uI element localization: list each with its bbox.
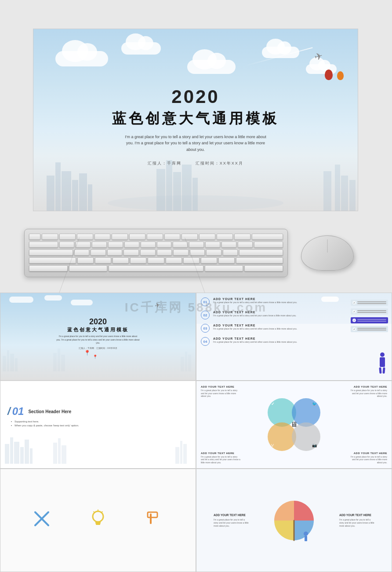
mini1-year: 2020 bbox=[0, 317, 196, 326]
balloon-group bbox=[324, 69, 345, 82]
check-card-1: ✓ bbox=[351, 300, 388, 306]
hammer-icon bbox=[145, 510, 163, 528]
list-item-3: 03 ADD YOUR TEXT HERE I'm a great place … bbox=[201, 324, 348, 333]
list-title-4: ADD YOUR TEXT HERE bbox=[213, 337, 348, 340]
mini1-desc: I'm a great place for you to tell a stor… bbox=[54, 335, 142, 345]
section-bullet-2: When you copy & paste, choose 'keep text… bbox=[11, 424, 79, 427]
list-num-4: 04 bbox=[201, 337, 210, 346]
svg-rect-4 bbox=[96, 524, 100, 525]
section-header-text: Section Header Here bbox=[28, 409, 71, 414]
svg-rect-13 bbox=[305, 536, 307, 541]
pie-content: ADD YOUR TEXT HERE I'm a great place for… bbox=[196, 469, 392, 572]
venn-center-icon: 🖥 bbox=[290, 421, 298, 429]
social-check-icon: ✓ bbox=[271, 402, 275, 406]
watermark: IC千库网 588ku.com bbox=[125, 299, 268, 316]
cloud-1 bbox=[55, 51, 108, 66]
lightbulb-icon bbox=[90, 510, 106, 528]
mini-slide-4: ADD YOUR TEXT HERE I'm a great place for… bbox=[196, 381, 392, 469]
social-camera-icon: 📷 bbox=[312, 443, 317, 447]
section-bullets: Supporting text here. When you copy & pa… bbox=[11, 420, 79, 427]
person-figure bbox=[379, 352, 385, 374]
hero-slide: ✈ 2020 蓝色创意大气通用模板 I'm a great place for … bbox=[33, 29, 358, 211]
wrench-icon bbox=[33, 510, 51, 528]
venn-slide: ADD YOUR TEXT HERE I'm a great place for… bbox=[196, 381, 392, 468]
hero-description: I'm a great place for you to tell a stor… bbox=[103, 134, 288, 153]
mini1-title: 蓝色创意大气通用模板 bbox=[0, 326, 196, 333]
svg-point-2 bbox=[93, 511, 103, 522]
pie-text-left: ADD YOUR TEXT HERE I'm a great place for… bbox=[214, 513, 249, 528]
check-cards: ✓ ✓ ✓ ✓ bbox=[351, 300, 388, 332]
check-card-2: ✓ bbox=[351, 308, 388, 315]
hero-meta: 汇报人：千库网 汇报时间：XX年XX月 bbox=[33, 161, 358, 166]
venn-label-bl: ADD YOUR TEXT HERE I'm a great place for… bbox=[201, 452, 240, 464]
mini-slide-3: / 01 Section Header Here Supporting text… bbox=[0, 381, 196, 469]
mini-cloud-3 bbox=[71, 300, 93, 305]
slides-grid: ✈ 📍 📍 2020 蓝色创意大气通用模板 I'm a great place … bbox=[0, 293, 392, 469]
list-item-4: 04 ADD YOUR TEXT HERE I'm a great place … bbox=[201, 337, 348, 346]
tool-icon-wrench bbox=[31, 508, 53, 533]
pie-svg bbox=[270, 496, 318, 545]
balloon-red bbox=[325, 70, 333, 80]
section-header-block: / 01 Section Header Here Supporting text… bbox=[7, 405, 79, 428]
svg-rect-9 bbox=[150, 513, 152, 524]
check-icon-3: ✓ bbox=[352, 319, 356, 322]
svg-rect-10 bbox=[148, 512, 157, 517]
section-slash: / bbox=[7, 405, 11, 418]
bottom-slide-right: ADD YOUR TEXT HERE I'm a great place for… bbox=[196, 469, 392, 572]
pie-text-right: ADD YOUR TEXT HERE I'm a great place for… bbox=[339, 513, 374, 528]
cloud-group bbox=[33, 38, 358, 91]
keyboard-rows bbox=[29, 234, 283, 272]
bottom-slides: ADD YOUR TEXT HERE I'm a great place for… bbox=[0, 469, 392, 572]
social-bird-icon: 🐦 bbox=[312, 402, 317, 406]
list-desc-3: I'm a great place for you to tell a stor… bbox=[213, 327, 348, 330]
pie-chart bbox=[270, 496, 318, 545]
bottom-slide-left bbox=[0, 469, 196, 572]
keyboard-section bbox=[24, 224, 358, 282]
cloud-2 bbox=[121, 42, 161, 55]
list-title-3: ADD YOUR TEXT HERE bbox=[213, 324, 348, 327]
check-card-3: ✓ bbox=[351, 317, 388, 323]
social-v-icon: V bbox=[271, 443, 274, 447]
check-icon-2: ✓ bbox=[352, 310, 356, 313]
mouse-image bbox=[301, 235, 354, 271]
mini-cloud-2 bbox=[44, 295, 62, 301]
venn-circles: 🖥 ✓ 🐦 V 📷 bbox=[268, 398, 320, 451]
check-icon-4: ✓ bbox=[352, 327, 356, 331]
section-bullet-1: Supporting text here. bbox=[11, 420, 79, 423]
hero-content: 2020 蓝色创意大气通用模板 I'm a great place for yo… bbox=[33, 86, 358, 166]
hero-year: 2020 bbox=[33, 86, 358, 107]
tools-content bbox=[0, 469, 196, 572]
tool-icon-hammer bbox=[143, 508, 165, 533]
check-card-4: ✓ bbox=[351, 326, 388, 332]
list-num-3: 03 bbox=[201, 324, 210, 333]
list-desc-4: I'm a great place for you to tell a stor… bbox=[213, 341, 348, 344]
venn-label-br: ADD YOUR TEXT HERE I'm a great place for… bbox=[348, 452, 387, 464]
mini-city-3 bbox=[0, 433, 196, 464]
hero-title-cn: 蓝色创意大气通用模板 bbox=[33, 109, 358, 128]
mini-slide-3-content: / 01 Section Header Here Supporting text… bbox=[0, 381, 196, 468]
cloud-3 bbox=[187, 60, 236, 74]
svg-point-12 bbox=[304, 532, 308, 536]
mini-cloud bbox=[9, 297, 33, 303]
keyboard-image bbox=[24, 229, 288, 277]
balloon-orange bbox=[337, 71, 344, 80]
svg-rect-3 bbox=[95, 522, 101, 524]
check-icon-1: ✓ bbox=[352, 301, 356, 304]
tool-icon-lightbulb bbox=[87, 508, 109, 533]
venn-label-tl: ADD YOUR TEXT HERE I'm a great place for… bbox=[201, 385, 240, 398]
svg-rect-8 bbox=[148, 512, 157, 517]
venn-label-tr: ADD YOUR TEXT HERE I'm a great place for… bbox=[348, 385, 387, 398]
mini1-meta: 汇报人：千库网 汇报时间：XX年XX月 bbox=[0, 347, 196, 349]
